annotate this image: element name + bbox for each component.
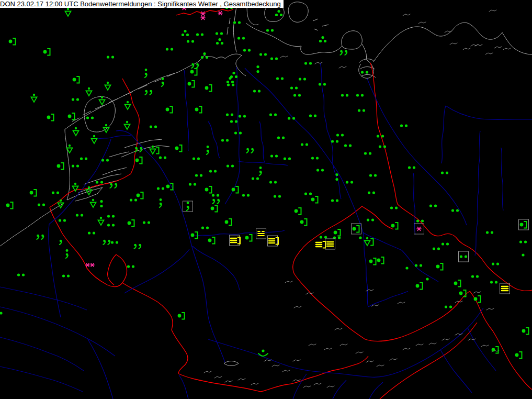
symbol-precip-dot bbox=[522, 253, 524, 256]
title-bar: DON 23.02.17 12:00 UTC Bodenwettermeldun… bbox=[0, 0, 284, 8]
weather-map bbox=[0, 0, 532, 399]
weather-map-screen: DON 23.02.17 12:00 UTC Bodenwettermeldun… bbox=[0, 0, 532, 399]
map-title: DON 23.02.17 12:00 UTC Bodenwettermeldun… bbox=[0, 0, 281, 8]
symbol-precip-dot bbox=[359, 236, 361, 239]
symbol-precip-dot bbox=[405, 267, 408, 269]
symbol-precip-dot bbox=[426, 278, 428, 280]
